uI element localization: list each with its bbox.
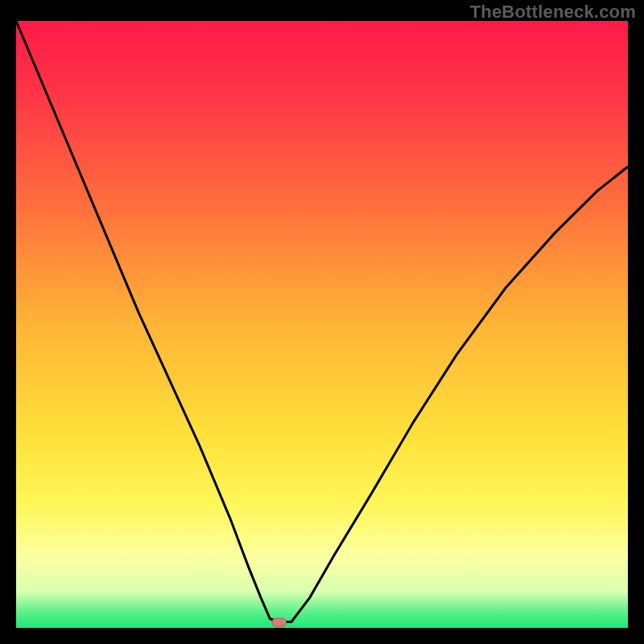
chart-frame: TheBottleneck.com — [0, 0, 644, 644]
bottleneck-chart — [0, 0, 644, 644]
optimal-marker — [272, 618, 287, 626]
watermark-text: TheBottleneck.com — [470, 2, 636, 23]
plot-background — [16, 21, 628, 628]
